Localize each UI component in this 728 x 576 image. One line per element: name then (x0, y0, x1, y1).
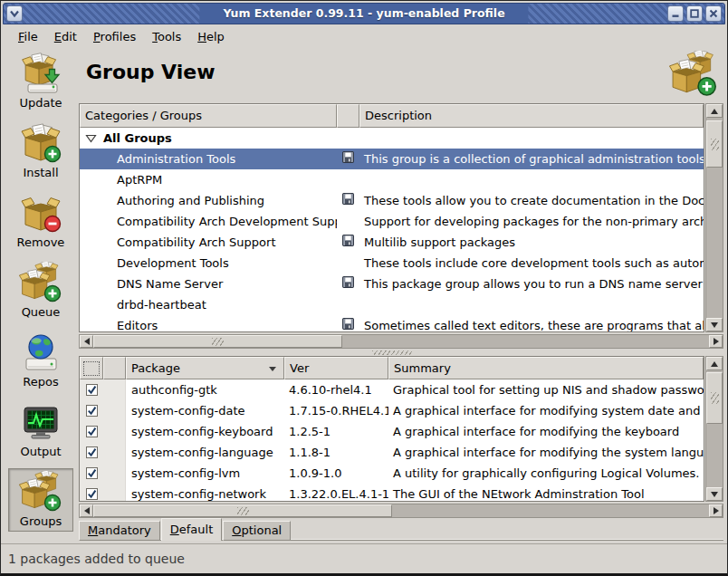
pane-splitter-handle[interactable] (372, 350, 412, 355)
media-cell (337, 315, 359, 332)
sort-descending-icon (269, 367, 276, 371)
menu-profiles[interactable]: Profiles (85, 28, 144, 45)
groups-vscroll-thumb[interactable] (706, 120, 723, 168)
package-checkbox[interactable] (86, 446, 98, 458)
group-row[interactable]: Compatibility Arch SupportMultilib suppo… (80, 232, 704, 253)
column-header-summary[interactable]: Summary (388, 357, 704, 379)
package-row[interactable]: system-config-network1.3.22.0.EL.4.1-1Th… (80, 484, 704, 501)
status-cell (103, 379, 126, 400)
close-button[interactable] (705, 5, 722, 22)
group-label: Compatibility Arch Support (117, 232, 276, 253)
group-row[interactable]: drbd-heartbeat (80, 294, 704, 315)
package-row[interactable]: system-config-keyboard1.2.5-1A graphical… (80, 421, 704, 442)
groups-horizontal-scrollbar[interactable] (79, 334, 723, 349)
group-row[interactable]: Administration ToolsThis group is a coll… (80, 149, 704, 169)
menu-file[interactable]: File (10, 28, 46, 45)
package-checkbox[interactable] (86, 384, 98, 396)
tab-optional[interactable]: Optional (223, 521, 291, 541)
scroll-left-button[interactable] (80, 504, 93, 517)
window-menu-button[interactable] (6, 5, 23, 22)
groups-vertical-scrollbar[interactable] (705, 103, 723, 332)
scroll-down-button[interactable] (706, 487, 723, 501)
scroll-left-button[interactable] (80, 335, 93, 348)
media-cell (337, 211, 359, 232)
group-row[interactable]: Compatibility Arch Development SupportSu… (80, 211, 704, 232)
column-header-categories-groups[interactable]: Categories / Groups (80, 104, 337, 128)
scroll-up-button[interactable] (706, 357, 723, 370)
sidebar-item-repos[interactable]: Repos (8, 329, 73, 392)
column-header-description[interactable]: Description (359, 104, 704, 128)
scroll-down-button[interactable] (706, 318, 723, 331)
menu-edit[interactable]: Edit (46, 28, 85, 45)
titlebar[interactable]: Yum Extender 0.99.11 - yum-enabled Profi… (3, 3, 725, 24)
sidebar-item-label: Repos (23, 375, 58, 389)
group-row[interactable]: All Groups (80, 128, 704, 149)
package-checkbox[interactable] (86, 405, 98, 417)
package-row[interactable]: system-config-lvm1.0.9-1.0A utility for … (80, 463, 704, 484)
column-header-package-label: Package (131, 361, 180, 375)
minimize-button[interactable] (667, 5, 684, 22)
sidebar-item-queue[interactable]: Queue (8, 259, 73, 322)
group-row[interactable]: EditorsSometimes called text editors, th… (80, 315, 704, 332)
packages-vertical-scrollbar[interactable] (705, 356, 723, 502)
status-cell (103, 484, 126, 501)
media-cell (337, 294, 359, 315)
column-header-status[interactable] (103, 357, 126, 379)
arrow-up-icon (711, 109, 718, 114)
maximize-button[interactable] (686, 5, 703, 22)
remove-icon (19, 192, 62, 235)
package-name: system-config-network (126, 484, 284, 501)
group-row[interactable]: Development ToolsThese tools include cor… (80, 253, 704, 274)
scroll-right-button[interactable] (709, 504, 723, 517)
groups-hscroll-thumb[interactable] (93, 335, 342, 348)
group-row[interactable]: DNS Name ServerThis package group allows… (80, 274, 704, 294)
package-row[interactable]: system-config-date1.7.15-0.RHEL4.1A grap… (80, 400, 704, 421)
group-row[interactable]: AptRPM (80, 169, 704, 190)
scroll-right-button[interactable] (709, 335, 723, 348)
tab-default[interactable]: Default (161, 518, 223, 541)
media-cell (337, 128, 359, 149)
menu-tools[interactable]: Tools (144, 28, 189, 45)
package-version: 1.0.9-1.0 (284, 463, 388, 484)
group-name-cell: All Groups (80, 128, 337, 149)
sidebar-item-label: Queue (22, 305, 61, 320)
package-type-tabs: MandatoryDefaultOptional (79, 518, 292, 541)
column-header-ver[interactable]: Ver (284, 357, 388, 379)
packages-horizontal-scrollbar[interactable] (79, 504, 723, 518)
group-view-icon (669, 51, 718, 100)
package-checkbox[interactable] (86, 467, 98, 479)
column-header-package[interactable]: Package (126, 357, 284, 379)
package-checkbox[interactable] (86, 488, 98, 500)
column-header-checkbox[interactable] (80, 357, 103, 379)
chevron-down-icon (9, 10, 20, 18)
checkbox-cell (80, 400, 103, 421)
arrow-down-icon (711, 322, 718, 328)
package-checkbox[interactable] (86, 426, 98, 437)
expander-open-icon[interactable] (85, 134, 97, 143)
thumb-grip-icon (237, 507, 249, 515)
media-cell (337, 149, 359, 169)
column-header-media[interactable] (337, 104, 359, 128)
groups-table-body: All GroupsAdministration ToolsThis group… (80, 128, 704, 332)
sidebar-item-install[interactable]: Install (8, 120, 73, 183)
package-row[interactable]: authconfig-gtk4.6.10-rhel4.1Graphical to… (80, 379, 704, 400)
sidebar-item-groups[interactable]: Groups (8, 468, 73, 532)
packages-vscroll-thumb[interactable] (706, 372, 723, 424)
group-label: Administration Tools (117, 149, 235, 169)
sidebar-item-remove[interactable]: Remove (8, 189, 73, 253)
package-version: 4.6.10-rhel4.1 (284, 379, 388, 400)
scroll-up-button[interactable] (706, 104, 723, 118)
group-row[interactable]: Authoring and PublishingThese tools allo… (80, 190, 704, 211)
status-text: 1 packages added to queue (8, 552, 185, 566)
packages-hscroll-thumb[interactable] (93, 504, 392, 517)
groups-table-header: Categories / Groups Description (80, 104, 704, 128)
sidebar-item-update[interactable]: Update (8, 50, 73, 113)
window-title: Yum Extender 0.99.11 - yum-enabled Profi… (199, 4, 528, 24)
checkbox-cell (80, 421, 103, 442)
group-description: This group is a collection of graphical … (359, 149, 704, 169)
sidebar-item-output[interactable]: Output (8, 398, 73, 462)
tab-mandatory[interactable]: Mandatory (79, 521, 160, 541)
menu-help[interactable]: Help (189, 28, 233, 45)
status-cell (103, 463, 126, 484)
package-row[interactable]: system-config-language1.1.8-1A graphical… (80, 442, 704, 463)
